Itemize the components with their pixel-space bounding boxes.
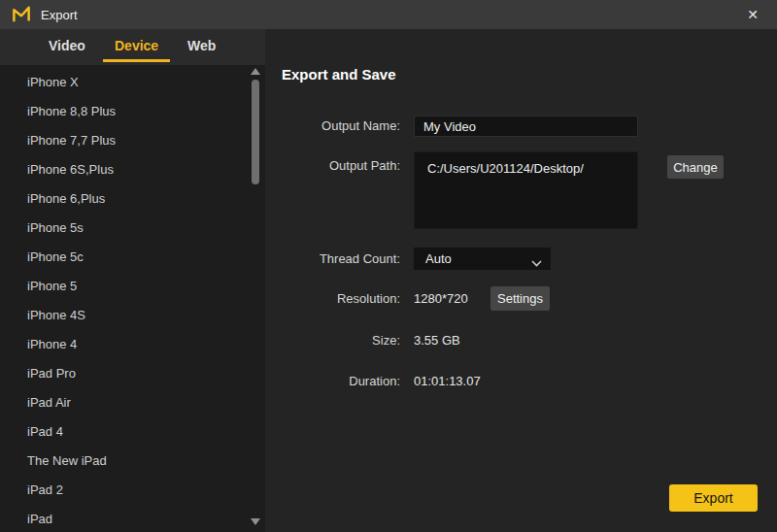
thread-count-label: Thread Count: (265, 248, 400, 270)
chevron-down-icon (531, 255, 542, 270)
device-item-ipad-4[interactable]: iPad 4 (0, 417, 265, 447)
scroll-up-icon[interactable] (251, 68, 260, 75)
device-item-iphone-x[interactable]: iPhone X (0, 68, 265, 97)
tab-web[interactable]: Web (176, 29, 227, 62)
output-path-label: Output Path: (265, 155, 400, 177)
export-panel: Export and Save Output Name: Output Path… (265, 29, 777, 532)
tab-device[interactable]: Device (103, 29, 170, 62)
sidebar-scrollbar[interactable] (251, 68, 260, 529)
page-title: Export and Save (282, 66, 396, 83)
device-item-iphone-6-plus[interactable]: iPhone 6,Plus (0, 184, 265, 214)
device-item-iphone-5[interactable]: iPhone 5 (0, 272, 265, 301)
app-logo-icon (11, 4, 32, 25)
device-item-iphone-5s[interactable]: iPhone 5s (0, 214, 265, 243)
scroll-down-icon[interactable] (251, 518, 260, 525)
resolution-value: 1280*720 (414, 286, 468, 311)
device-item-iphone-4s[interactable]: iPhone 4S (0, 301, 265, 330)
resolution-label: Resolution: (265, 286, 400, 311)
tab-bar: Video Device Web (0, 29, 265, 65)
device-item-iphone-4[interactable]: iPhone 4 (0, 330, 265, 359)
device-item-ipad-air[interactable]: iPad Air (0, 388, 265, 417)
tab-video[interactable]: Video (37, 29, 97, 62)
close-icon[interactable]: ✕ (740, 0, 765, 29)
device-item-iphone-7-7plus[interactable]: iPhone 7,7 Plus (0, 126, 265, 155)
duration-value: 01:01:13.07 (414, 372, 481, 391)
device-item-iphone-5c[interactable]: iPhone 5c (0, 243, 265, 272)
export-button[interactable]: Export (669, 484, 758, 512)
titlebar: Export ✕ (0, 0, 777, 29)
device-item-ipad-2[interactable]: iPad 2 (0, 476, 265, 505)
thread-count-select[interactable]: Auto (414, 248, 551, 270)
output-name-label: Output Name: (265, 116, 400, 137)
device-item-the-new-ipad[interactable]: The New iPad (0, 447, 265, 476)
duration-label: Duration: (265, 372, 400, 391)
window-title: Export (41, 8, 78, 22)
device-item-iphone-8-8plus[interactable]: iPhone 8,8 Plus (0, 97, 265, 126)
output-path-value[interactable]: C:/Users/U201124/Desktop/ (414, 151, 638, 229)
size-value: 3.55 GB (414, 331, 460, 350)
resolution-settings-button[interactable]: Settings (490, 286, 550, 311)
device-item-ipad-pro[interactable]: iPad Pro (0, 359, 265, 388)
device-list: iPhone X iPhone 8,8 Plus iPhone 7,7 Plus… (0, 65, 265, 532)
output-name-input[interactable] (414, 116, 638, 137)
change-path-button[interactable]: Change (667, 155, 724, 179)
scrollbar-thumb[interactable] (252, 80, 259, 184)
thread-count-value: Auto (425, 251, 452, 266)
device-item-ipad[interactable]: iPad (0, 505, 265, 532)
size-label: Size: (265, 331, 400, 350)
device-item-iphone-6s-plus[interactable]: iPhone 6S,Plus (0, 155, 265, 184)
